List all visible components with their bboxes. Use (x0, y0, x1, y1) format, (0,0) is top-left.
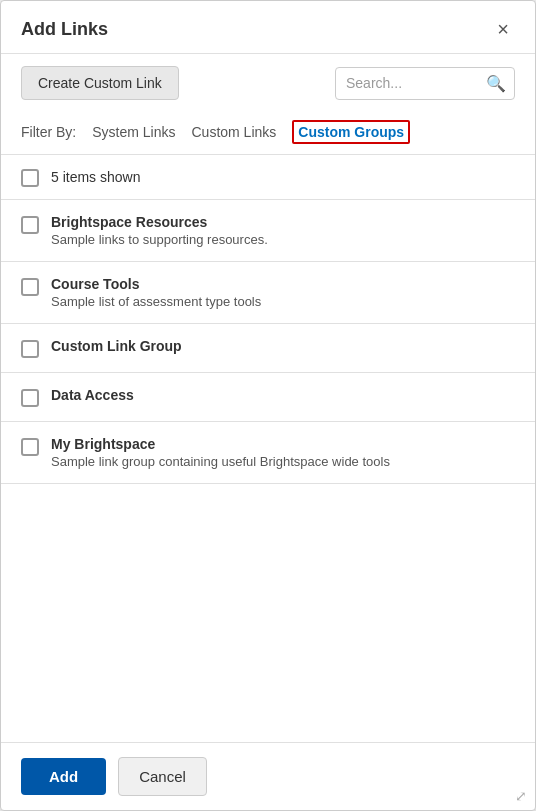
item-name-course-tools: Course Tools (51, 276, 515, 292)
add-links-modal: Add Links × Create Custom Link 🔍 Filter … (0, 0, 536, 811)
search-icon: 🔍 (486, 74, 506, 93)
item-name-brightspace: Brightspace Resources (51, 214, 515, 230)
item-checkbox-my-brightspace[interactable] (21, 438, 39, 456)
item-desc-brightspace: Sample links to supporting resources. (51, 232, 515, 247)
item-content-data-access: Data Access (51, 387, 515, 405)
item-checkbox-custom-link-group[interactable] (21, 340, 39, 358)
item-content-course-tools: Course Tools Sample list of assessment t… (51, 276, 515, 309)
tab-custom-groups[interactable]: Custom Groups (292, 120, 410, 144)
select-all-checkbox[interactable] (21, 169, 39, 187)
item-content-custom-link-group: Custom Link Group (51, 338, 515, 356)
list-item: My Brightspace Sample link group contain… (1, 422, 535, 484)
list-item: Course Tools Sample list of assessment t… (1, 262, 535, 324)
item-name-data-access: Data Access (51, 387, 515, 403)
item-checkbox-course-tools[interactable] (21, 278, 39, 296)
list-item: Brightspace Resources Sample links to su… (1, 200, 535, 262)
item-name-my-brightspace: My Brightspace (51, 436, 515, 452)
item-content-my-brightspace: My Brightspace Sample link group contain… (51, 436, 515, 469)
item-desc-course-tools: Sample list of assessment type tools (51, 294, 515, 309)
resize-handle-icon: ⤢ (515, 788, 527, 804)
search-box: 🔍 (335, 67, 515, 100)
modal-toolbar: Create Custom Link 🔍 (1, 54, 535, 112)
filter-label: Filter By: (21, 124, 76, 140)
filter-bar: Filter By: System Links Custom Links Cus… (1, 112, 535, 155)
item-checkbox-data-access[interactable] (21, 389, 39, 407)
items-count-text: 5 items shown (51, 169, 140, 185)
add-button[interactable]: Add (21, 758, 106, 795)
list-item: Custom Link Group (1, 324, 535, 373)
tab-system-links[interactable]: System Links (92, 122, 175, 142)
modal-footer: Add Cancel (1, 742, 535, 810)
items-count-row: 5 items shown (1, 155, 535, 200)
item-checkbox-brightspace[interactable] (21, 216, 39, 234)
tab-custom-links[interactable]: Custom Links (191, 122, 276, 142)
item-name-custom-link-group: Custom Link Group (51, 338, 515, 354)
close-button[interactable]: × (491, 17, 515, 41)
search-input[interactable] (346, 75, 486, 91)
create-custom-link-button[interactable]: Create Custom Link (21, 66, 179, 100)
item-content-brightspace: Brightspace Resources Sample links to su… (51, 214, 515, 247)
modal-header: Add Links × (1, 1, 535, 54)
list-item: Data Access (1, 373, 535, 422)
cancel-button[interactable]: Cancel (118, 757, 207, 796)
items-list: 5 items shown Brightspace Resources Samp… (1, 155, 535, 742)
item-desc-my-brightspace: Sample link group containing useful Brig… (51, 454, 515, 469)
modal-title: Add Links (21, 19, 108, 40)
